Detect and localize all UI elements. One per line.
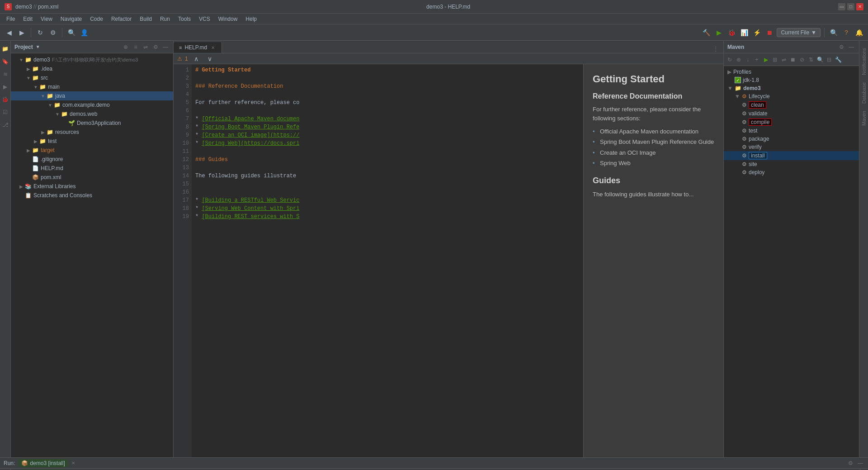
menu-navigate[interactable]: Navigate: [57, 15, 85, 23]
maven-plus-icon[interactable]: +: [753, 56, 761, 64]
notifications-panel-icon[interactable]: Notifications: [860, 44, 868, 79]
maven-close-icon[interactable]: —: [847, 43, 855, 51]
maven-verify-item[interactable]: ⚙ verify: [724, 143, 859, 151]
git-icon[interactable]: ⎇: [1, 120, 10, 129]
tree-item-help-md[interactable]: 📄 HELP.md: [11, 164, 173, 173]
run-icon[interactable]: ▶: [1, 82, 10, 91]
menu-code[interactable]: Code: [86, 15, 107, 23]
toolbar-coverage-btn[interactable]: 📊: [739, 27, 750, 38]
toolbar-sync-btn[interactable]: ↻: [35, 27, 46, 38]
toolbar-search2-btn[interactable]: 🔍: [828, 27, 839, 38]
maven-profiles-section[interactable]: ▶ Profiles: [724, 68, 859, 76]
database-panel-icon[interactable]: Database: [860, 79, 868, 107]
tree-item-main[interactable]: ▼ 📁 main: [11, 82, 173, 91]
toolbar-forward-btn[interactable]: ▶: [16, 27, 27, 38]
maven-package-item[interactable]: ⚙ package: [724, 135, 859, 143]
toolbar-run-btn[interactable]: ▶: [713, 27, 724, 38]
maven-validate-item[interactable]: ⚙ validate: [724, 109, 859, 118]
menu-window[interactable]: Window: [215, 15, 241, 23]
toolbar-stop-btn[interactable]: ⏹: [764, 27, 775, 38]
maven-test-item[interactable]: ⚙ test: [724, 127, 859, 135]
maven-install-item[interactable]: ⚙ install: [724, 151, 859, 160]
maven-lifecycle-section[interactable]: ▼ ⚙ Lifecycle: [724, 92, 859, 100]
menu-run[interactable]: Run: [156, 15, 174, 23]
toolbar-settings-btn[interactable]: ⚙: [47, 27, 58, 38]
toolbar-notifications-btn[interactable]: 🔔: [854, 27, 864, 38]
toolbar-hammer-btn[interactable]: 🔨: [701, 27, 712, 38]
maximize-button[interactable]: □: [847, 3, 854, 10]
tree-item-target[interactable]: ▶ 📁 target: [11, 146, 173, 155]
tree-item-demos-web[interactable]: ▼ 📁 demos.web: [11, 109, 173, 119]
menu-view[interactable]: View: [37, 15, 56, 23]
toolbar-profile-btn[interactable]: ⚡: [751, 27, 762, 38]
menu-tools[interactable]: Tools: [175, 15, 194, 23]
maven-run-icon[interactable]: ▶: [762, 56, 770, 64]
maven-download-icon[interactable]: ↓: [744, 56, 752, 64]
tree-item-java[interactable]: ▼ 📁 java: [11, 91, 173, 100]
maven-panel-icon[interactable]: Maven: [860, 107, 868, 129]
maven-search-icon[interactable]: 🔍: [816, 56, 824, 64]
run-config-selector[interactable]: Current File ▼: [777, 28, 821, 37]
maven-site-item[interactable]: ⚙ site: [724, 160, 859, 168]
tree-item-com-example[interactable]: ▼ 📁 com.example.demo: [11, 100, 173, 109]
maven-clean-item[interactable]: ⚙ clean: [724, 100, 859, 109]
tab-close-btn[interactable]: ✕: [210, 44, 216, 51]
tree-item-ext-libs[interactable]: ▶ 📚 External Libraries: [11, 182, 173, 191]
panel-diff-icon[interactable]: ⇌: [142, 43, 150, 51]
tree-item-pom-xml[interactable]: 📦 pom.xml: [11, 173, 173, 182]
tree-item-scratches[interactable]: 📋 Scratches and Consoles: [11, 191, 173, 200]
editor-tab-help-md[interactable]: ≡ HELP.md ✕: [174, 42, 222, 53]
toolbar-debug-btn[interactable]: 🐞: [726, 27, 737, 38]
maven-wrench-icon[interactable]: 🔧: [834, 56, 842, 64]
project-icon[interactable]: 📁: [1, 44, 10, 53]
editor-menu-icon[interactable]: ⋮: [712, 45, 720, 53]
toolbar-search-btn[interactable]: 🔍: [66, 27, 77, 38]
toolbar-help-btn[interactable]: ?: [841, 27, 852, 38]
maven-compile-item[interactable]: ⚙ compile: [724, 118, 859, 127]
maven-deploy-item[interactable]: ⚙ deploy: [724, 168, 859, 176]
window-controls[interactable]: — □ ✕: [838, 3, 863, 10]
maven-settings-icon[interactable]: ⚙: [837, 43, 845, 51]
tree-item-root[interactable]: ▼ 📁 demo3 F:\工作\中移物联网\开发\合约关\demo3: [11, 55, 173, 64]
menu-edit[interactable]: Edit: [19, 15, 36, 23]
tree-item-app[interactable]: 🌱 Demo3Application: [11, 119, 173, 128]
close-button[interactable]: ✕: [856, 3, 863, 10]
nav-down-btn[interactable]: ∨: [204, 53, 215, 64]
maven-stop-icon[interactable]: ⏹: [789, 56, 797, 64]
panel-settings-icon[interactable]: ⚙: [151, 43, 160, 51]
tree-item-gitignore[interactable]: 📄 .gitignore: [11, 155, 173, 164]
debug-icon[interactable]: 🐞: [1, 95, 10, 104]
tree-item-test[interactable]: ▶ 📁 test: [11, 137, 173, 146]
tree-item-idea[interactable]: ▶ 📁 .idea: [11, 64, 173, 73]
panel-expand-icon[interactable]: ⊕: [122, 43, 130, 51]
bookmark-icon[interactable]: 🔖: [1, 57, 10, 66]
maven-add-icon[interactable]: ⊕: [735, 56, 743, 64]
maven-refresh-icon[interactable]: ↻: [726, 56, 734, 64]
menu-refactor[interactable]: Refactor: [108, 15, 135, 23]
project-arrow[interactable]: ▼: [36, 44, 40, 49]
menu-file[interactable]: File: [3, 15, 19, 23]
maven-view-icon[interactable]: ⊞: [771, 56, 779, 64]
panel-collapse-icon[interactable]: ≡: [132, 43, 140, 51]
jdk-checkbox[interactable]: ✓: [735, 77, 741, 83]
toolbar-user-btn[interactable]: 👤: [79, 27, 90, 38]
toolbar-back-btn[interactable]: ◀: [4, 27, 14, 38]
run-panel-close-icon[interactable]: —: [856, 459, 864, 467]
maven-grid-icon[interactable]: ⊟: [825, 56, 833, 64]
nav-up-btn[interactable]: ∧: [191, 53, 202, 64]
menu-build[interactable]: Build: [136, 15, 156, 23]
code-editor[interactable]: # Getting Started ### Reference Document…: [192, 64, 583, 457]
maven-filter-icon[interactable]: ⇅: [807, 56, 815, 64]
tree-item-src[interactable]: ▼ 📁 src: [11, 73, 173, 82]
run-panel-settings-icon[interactable]: ⚙: [846, 459, 854, 467]
maven-demo3-section[interactable]: ▼ 📁 demo3: [724, 84, 859, 92]
maven-skip-icon[interactable]: ⊘: [798, 56, 806, 64]
todo-icon[interactable]: ☑: [1, 108, 10, 117]
tree-item-resources[interactable]: ▶ 📁 resources: [11, 128, 173, 137]
menu-vcs[interactable]: VCS: [195, 15, 214, 23]
maven-toggle-icon[interactable]: ⇌: [780, 56, 788, 64]
minimize-button[interactable]: —: [838, 3, 845, 10]
menu-help[interactable]: Help: [242, 15, 260, 23]
panel-close-icon[interactable]: —: [161, 43, 170, 51]
run-tab-close[interactable]: ✕: [71, 461, 75, 465]
